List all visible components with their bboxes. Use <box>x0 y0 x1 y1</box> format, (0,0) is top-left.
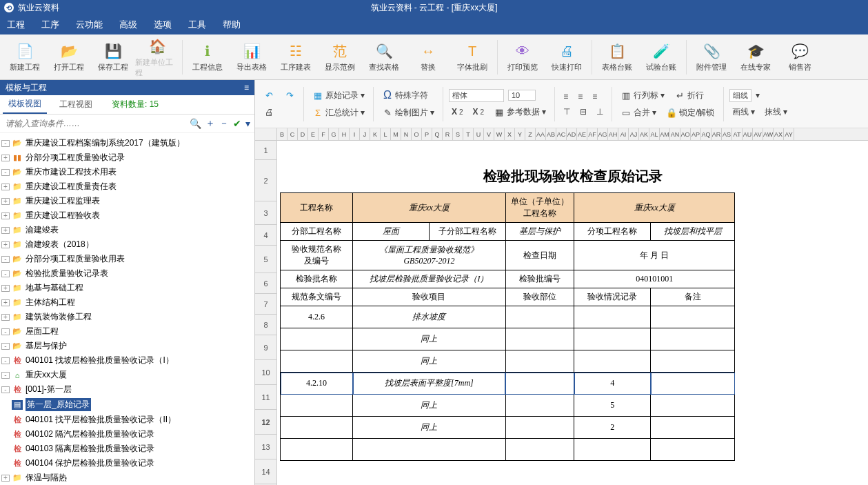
tool-工程信息[interactable]: ℹ工程信息 <box>185 37 230 78</box>
tree-node[interactable]: +▮▮分部分项工程质量验收记录 <box>1 150 253 165</box>
val-date[interactable]: 年 月 日 <box>574 241 735 270</box>
tree-node[interactable]: +📁渝建竣表 <box>1 223 253 237</box>
tool-保存工程[interactable]: 💾保存工程 <box>91 37 135 78</box>
remove-icon[interactable]: － <box>219 117 229 130</box>
val-batchno[interactable]: 040101001 <box>574 270 735 288</box>
table-row[interactable]: 同上5 <box>281 395 735 417</box>
table-row[interactable]: 同上 <box>281 350 735 373</box>
menu-cloud[interactable]: 云功能 <box>76 19 103 31</box>
check-icon[interactable]: ✔ <box>233 118 241 129</box>
tree-node[interactable]: ▤第一层_原始记录 <box>1 397 253 413</box>
tool-工序建表[interactable]: ☷工序建表 <box>274 37 318 78</box>
tree-node[interactable]: -⌂重庆xx大厦 <box>1 368 253 382</box>
tree-node[interactable]: +📁建筑装饰装修工程 <box>1 310 253 324</box>
tab-template-view[interactable]: 模板视图 <box>3 95 47 114</box>
menu-help[interactable]: 帮助 <box>223 19 241 31</box>
val-item[interactable]: 找坡层和找平层 <box>651 223 735 241</box>
tree-node[interactable]: +📁重庆建设工程监理表 <box>1 194 253 208</box>
menu-tools[interactable]: 工具 <box>188 19 206 31</box>
tool-试验台账[interactable]: 🧪试验台账 <box>639 37 683 78</box>
tool-快速打印[interactable]: 🖨快速打印 <box>545 37 589 78</box>
sheet[interactable]: BCDEFGHIJKLMNOPQRSTUVWXYZAAABACADAEAFAGA… <box>255 128 868 485</box>
tool-新建单位工程[interactable]: 🏠新建单位工程 <box>135 37 179 78</box>
tree-node[interactable]: -📂基层与保护 <box>1 339 253 353</box>
search-icon[interactable]: 🔍 <box>190 118 201 129</box>
tree-node[interactable]: +📁地基与基础工程 <box>1 281 253 295</box>
tool-导出表格[interactable]: 📊导出表格 <box>230 37 274 78</box>
menu-options[interactable]: 选项 <box>154 19 172 31</box>
redo-button[interactable]: ↷ <box>281 89 298 103</box>
search-input[interactable] <box>4 117 185 130</box>
tree-node[interactable]: +📁重庆建设工程验收表 <box>1 208 253 223</box>
tool-在线专家[interactable]: 🎓在线专家 <box>734 37 778 78</box>
menu-process[interactable]: 工序 <box>41 19 59 31</box>
tree-node[interactable]: 检040101 找平层检验批质量验收记录（II） <box>1 413 253 427</box>
wrap-button[interactable]: ↵折行 <box>672 88 707 103</box>
tree-node[interactable]: -检040101 找坡层检验批质量验收记录（I） <box>1 353 253 368</box>
eraseline-button[interactable]: 抹线▾ <box>762 105 790 119</box>
val-unit-name[interactable]: 重庆xx大厦 <box>574 193 735 223</box>
valign-mid-button[interactable]: ⊟ <box>577 106 589 118</box>
table-row[interactable]: 4.2.6排水坡度 <box>281 306 735 328</box>
align-center-button[interactable]: ≡ <box>575 90 585 103</box>
print-button[interactable]: 🖨 <box>261 106 277 119</box>
tree-node[interactable]: +📁主体结构工程 <box>1 295 253 310</box>
align-right-button[interactable]: ≡ <box>589 90 600 103</box>
tree-node[interactable]: 检040104 保护层检验批质量验收记录 <box>1 456 253 471</box>
tool-打印预览[interactable]: 👁打印预览 <box>501 37 545 78</box>
val-subdivision[interactable]: 基层与保护 <box>505 223 574 241</box>
tree-node[interactable]: 检040103 隔离层检验批质量验收记录 <box>1 442 253 456</box>
tool-字体批刷[interactable]: T字体批刷 <box>450 37 494 78</box>
special-char-button[interactable]: Ω特殊字符 <box>379 88 431 103</box>
left-panel-menu-icon[interactable]: ≡ <box>244 83 249 92</box>
tool-替换[interactable]: ↔替换 <box>406 37 450 78</box>
tree-node[interactable]: -检[001]-第一层 <box>1 382 253 397</box>
tool-附件管理[interactable]: 📎附件管理 <box>689 37 734 78</box>
tool-新建工程[interactable]: 📄新建工程 <box>3 37 47 78</box>
menu-advanced[interactable]: 高级 <box>119 19 137 31</box>
val-batch[interactable]: 找坡层检验批质量验收记录（I） <box>353 270 506 288</box>
form-table[interactable]: 工程名称 重庆xx大厦 单位（子单位） 工程名称 重庆xx大厦 分部工程名称 屋… <box>280 192 735 461</box>
tool-查找表格[interactable]: 🔍查找表格 <box>362 37 406 78</box>
tree-node[interactable]: +📁保温与隔热 <box>1 471 253 485</box>
tree-view[interactable]: -📂重庆建设工程档案编制系统2017（建筑版）+▮▮分部分项工程质量验收记录-📂… <box>0 133 254 485</box>
table-row[interactable] <box>281 439 735 461</box>
draw-image-button[interactable]: ✎绘制图片 ▾ <box>379 106 437 120</box>
valign-top-button[interactable]: ⊤ <box>561 106 573 118</box>
lock-button[interactable]: 🔒锁定/解锁 <box>663 106 717 120</box>
font-select[interactable]: 楷体 <box>449 89 504 102</box>
undo-button[interactable]: ↶ <box>261 89 277 103</box>
val-project-name[interactable]: 重庆xx大厦 <box>353 193 506 223</box>
tree-node[interactable]: -📂检验批质量验收记录表 <box>1 266 253 281</box>
tree-node[interactable]: 检040102 隔汽层检验批质量验收记录 <box>1 427 253 442</box>
tree-node[interactable]: -📂重庆市建设工程技术用表 <box>1 165 253 179</box>
table-row[interactable]: 同上 <box>281 328 735 350</box>
tree-node[interactable]: +📁重庆建设工程质量责任表 <box>1 179 253 194</box>
subscript-button[interactable]: X2 <box>470 106 487 118</box>
valign-bot-button[interactable]: ⊥ <box>594 106 606 118</box>
tool-销售咨[interactable]: 💬销售咨 <box>778 37 822 78</box>
superscript-button[interactable]: X2 <box>449 106 466 118</box>
val-spec[interactable]: 《屋面工程质量验收规范》 GB50207-2012 <box>353 241 506 270</box>
stats-button[interactable]: Σ汇总统计 ▾ <box>310 106 367 120</box>
tree-node[interactable]: -📂分部分项工程质量验收用表 <box>1 252 253 266</box>
val-division[interactable]: 屋面 <box>353 223 430 241</box>
sheet-content[interactable]: 检验批现场验收检查原始记录 工程名称 重庆xx大厦 单位（子单位） 工程名称 重… <box>277 141 868 485</box>
table-row[interactable]: 同上2 <box>281 417 735 439</box>
tool-表格台账[interactable]: 📋表格台账 <box>595 37 639 78</box>
size-select[interactable]: 10 <box>508 90 536 101</box>
menu-project[interactable]: 工程 <box>7 19 25 31</box>
table-row[interactable]: 4.2.10找坡层表面平整度[7mm]4 <box>281 373 735 395</box>
tree-node[interactable]: -📂重庆建设工程档案编制系统2017（建筑版） <box>1 136 253 150</box>
tree-node[interactable]: -📂屋面工程 <box>1 324 253 339</box>
orig-record-button[interactable]: ▦原始记录 ▾ <box>310 88 367 103</box>
tab-project-view[interactable]: 工程视图 <box>54 96 98 113</box>
refdata-button[interactable]: ▦参考数据 ▾ <box>491 105 549 119</box>
rowcol-button[interactable]: ▥行列标 ▾ <box>618 88 667 103</box>
drawline-button[interactable]: 画线▾ <box>729 105 758 119</box>
tool-显示范例[interactable]: 范显示范例 <box>318 37 362 78</box>
tree-node[interactable]: +📁渝建竣表（2018） <box>1 237 253 252</box>
tool-打开工程[interactable]: 📂打开工程 <box>47 37 91 78</box>
linewidth-select[interactable]: 细线 <box>729 89 751 102</box>
dropdown-icon[interactable]: ▾ <box>245 118 250 129</box>
